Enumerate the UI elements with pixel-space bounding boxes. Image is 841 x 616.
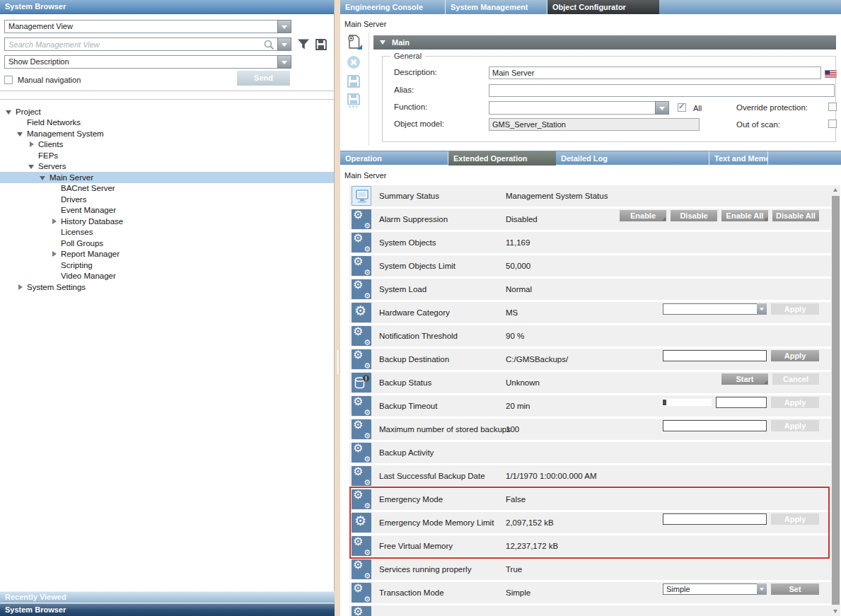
function-all-checkbox[interactable] — [678, 103, 686, 112]
property-list-scrollbar[interactable] — [831, 185, 840, 616]
property-dropdown[interactable]: Simple — [663, 583, 767, 595]
start-button[interactable]: Start — [721, 373, 768, 385]
scroll-up-arrow-icon[interactable] — [831, 185, 840, 194]
save-all-icon[interactable] — [346, 93, 363, 110]
property-row-alarm-suppression: ⚙⚙Alarm SuppressionDisabledEnableDisable… — [349, 209, 832, 230]
new-object-icon[interactable] — [346, 34, 363, 51]
property-value: 11,169 — [506, 238, 530, 247]
tab-extended-operation[interactable]: Extended Operation — [448, 151, 556, 165]
manual-navigation-checkbox[interactable] — [4, 76, 13, 84]
property-dropdown-button[interactable] — [757, 583, 767, 595]
tab-system-management[interactable]: System Management — [446, 0, 547, 14]
disable-all-button[interactable]: Disable All — [772, 210, 819, 221]
tab-detailed-log[interactable]: Detailed Log — [556, 151, 709, 165]
tree-expanded-arrow-icon[interactable] — [40, 174, 47, 181]
view-selector-dropdown-button[interactable] — [277, 20, 291, 33]
save-view-icon[interactable] — [315, 38, 327, 51]
property-dropdown-value[interactable] — [663, 303, 757, 315]
disable-button[interactable]: Disable — [671, 210, 717, 221]
tree-expanded-arrow-icon[interactable] — [17, 130, 24, 137]
apply-button: Apply — [771, 397, 819, 408]
function-value[interactable] — [489, 101, 655, 115]
apply-button[interactable]: Apply — [771, 350, 819, 361]
language-flag-icon[interactable] — [825, 68, 837, 76]
property-dropdown-value[interactable]: Simple — [663, 583, 757, 595]
out-of-scan-checkbox[interactable] — [828, 120, 837, 128]
tree-item-scripting[interactable]: Scripting — [0, 260, 334, 271]
tab-operation[interactable]: Operation — [340, 151, 448, 165]
tree-item-history-database[interactable]: History Database — [0, 216, 334, 227]
delete-icon[interactable] — [346, 54, 363, 71]
tree-item-field-networks[interactable]: Field Networks — [0, 117, 334, 129]
gear-glyph: ⚙ — [353, 536, 363, 548]
tree-collapsed-arrow-icon[interactable] — [51, 250, 58, 257]
tree-item-label: History Database — [61, 217, 123, 226]
function-dropdown[interactable] — [489, 101, 669, 115]
property-input[interactable] — [663, 513, 767, 525]
scroll-down-arrow-icon[interactable] — [831, 607, 840, 616]
enable-button[interactable]: Enable — [620, 210, 666, 221]
tree-expanded-arrow-icon[interactable] — [28, 163, 35, 170]
property-dropdown-button[interactable] — [757, 303, 767, 315]
tab-object-configurator[interactable]: Object Configurator — [547, 0, 659, 14]
function-dropdown-button[interactable] — [655, 101, 669, 115]
scrollbar-thumb[interactable] — [832, 196, 840, 605]
tree-item-servers[interactable]: Servers — [0, 161, 334, 173]
property-row-summary-status: Summary StatusManagement System Status — [349, 185, 832, 207]
send-button[interactable]: Send — [237, 71, 290, 86]
property-input[interactable] — [663, 350, 767, 361]
property-dropdown[interactable] — [663, 303, 767, 315]
gears-icon: ⚙⚙ — [352, 419, 371, 439]
view-selector[interactable]: Management View — [4, 20, 291, 33]
recently-viewed-bar[interactable]: Recently Viewed — [0, 591, 335, 603]
tree-collapsed-arrow-icon[interactable] — [17, 284, 24, 291]
save-icon[interactable] — [346, 74, 363, 91]
gear-glyph: ⚙ — [364, 291, 371, 299]
tree-expanded-arrow-icon[interactable] — [6, 108, 13, 115]
tree-item-video-manager[interactable]: Video Manager — [0, 271, 334, 282]
system-browser-bar[interactable]: System Browser — [0, 603, 335, 616]
tree-item-clients[interactable]: Clients — [0, 139, 334, 151]
display-mode-dropdown-button[interactable] — [277, 55, 291, 69]
tab-text-and-memo[interactable]: Text and Memo — [709, 151, 768, 165]
search-dropdown-button[interactable] — [277, 37, 291, 51]
tree-item-system-settings[interactable]: System Settings — [0, 281, 334, 293]
view-selector-value[interactable]: Management View — [4, 20, 277, 33]
tree-item-drivers[interactable]: Drivers — [0, 194, 334, 205]
property-label: Free Virtual Memory — [379, 542, 453, 550]
tree-collapsed-arrow-icon[interactable] — [51, 218, 58, 225]
tree-item-event-manager[interactable]: Event Manager — [0, 205, 334, 216]
search-input[interactable] — [4, 37, 277, 51]
property-input[interactable] — [663, 420, 767, 431]
tree-item-feps[interactable]: FEPs — [0, 150, 334, 161]
property-input[interactable] — [716, 397, 767, 408]
property-row-hardware-category: ⚙Hardware CategoryMSApply — [349, 302, 832, 323]
enable-all-button[interactable]: Enable All — [721, 210, 768, 221]
tree-spacer — [17, 119, 24, 126]
tree-item-main-server[interactable]: Main Server — [0, 172, 334, 183]
tree-item-report-manager[interactable]: Report Manager — [0, 249, 334, 260]
operation-breadcrumb: Main Server — [344, 171, 386, 180]
tree-item-project[interactable]: Project — [0, 106, 334, 117]
slider-thumb[interactable] — [663, 400, 666, 405]
display-mode-selector[interactable]: Show Description — [4, 55, 291, 69]
tree-collapsed-arrow-icon[interactable] — [28, 141, 35, 148]
main-section-header[interactable]: Main — [373, 35, 836, 50]
display-mode-value[interactable]: Show Description — [4, 55, 277, 69]
tree-item-licenses[interactable]: Licenses — [0, 227, 334, 238]
description-field[interactable] — [489, 66, 821, 79]
override-protection-checkbox[interactable] — [828, 103, 837, 111]
tab-engineering-console[interactable]: Engineering Console — [340, 0, 446, 14]
filter-icon[interactable] — [297, 38, 310, 50]
tree-item-poll-groups[interactable]: Poll Groups — [0, 238, 334, 249]
property-label: Emergency Mode Memory Limit — [379, 518, 494, 527]
alias-field[interactable] — [489, 84, 835, 97]
splitter-handle[interactable] — [336, 349, 340, 376]
tree-item-management-system[interactable]: Management System — [0, 128, 334, 139]
property-slider[interactable] — [662, 399, 712, 406]
gears-icon: ⚙⚙ — [352, 349, 371, 369]
property-row-emergency-mode: ⚙⚙Emergency ModeFalse — [349, 489, 832, 510]
set-button[interactable]: Set — [771, 583, 819, 595]
tree-item-bacnet-server[interactable]: BACnet Server — [0, 183, 334, 194]
panel-splitter[interactable] — [335, 0, 340, 616]
